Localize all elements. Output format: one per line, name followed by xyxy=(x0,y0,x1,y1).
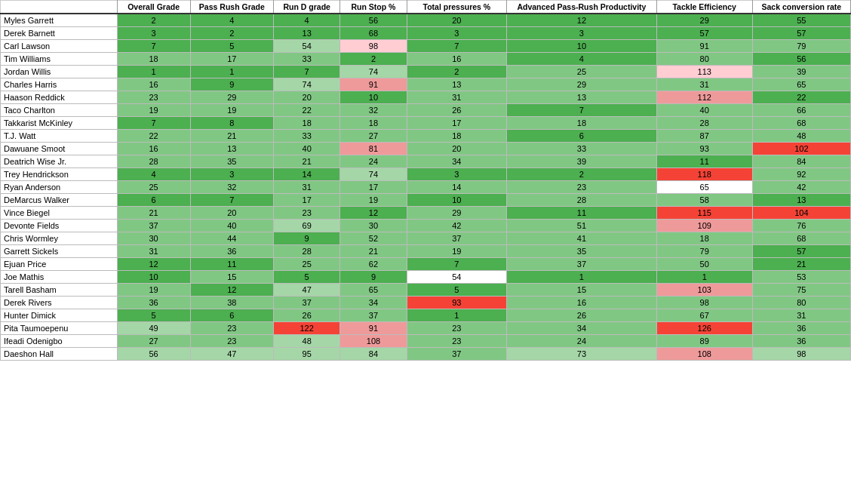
cell-runstop: 34 xyxy=(340,297,407,309)
cell-name: Haason Reddick xyxy=(1,91,118,104)
cell-overall: 22 xyxy=(117,130,190,143)
table-row: Carl Lawson7554987109179 xyxy=(1,40,851,53)
cell-overall: 18 xyxy=(117,53,190,66)
cell-overall: 2 xyxy=(117,14,190,27)
cell-totalpct: 34 xyxy=(407,155,506,168)
cell-advanced: 3 xyxy=(507,27,657,40)
cell-name: Dawuane Smoot xyxy=(1,143,118,155)
table-row: Pita Taumoepenu492312291233412636 xyxy=(1,322,851,335)
table-row: Dawuane Smoot16134081203393102 xyxy=(1,143,851,155)
cell-runstop: 2 xyxy=(340,53,407,66)
cell-rund: 22 xyxy=(274,104,340,117)
cell-sack: 102 xyxy=(752,143,850,155)
cell-pass: 5 xyxy=(190,40,273,53)
table-row: Trey Hendrickson4314743211892 xyxy=(1,168,851,181)
cell-pass: 3 xyxy=(190,168,273,181)
cell-rund: 9 xyxy=(274,232,340,245)
cell-advanced: 13 xyxy=(507,91,657,104)
cell-name: Carl Lawson xyxy=(1,40,118,53)
cell-tackle: 28 xyxy=(656,117,752,130)
cell-sack: 92 xyxy=(752,168,850,181)
cell-pass: 23 xyxy=(190,335,273,348)
cell-overall: 36 xyxy=(117,297,190,309)
cell-rund: 31 xyxy=(274,181,340,194)
cell-advanced: 10 xyxy=(507,40,657,53)
cell-sack: 31 xyxy=(752,309,850,322)
cell-totalpct: 7 xyxy=(407,258,506,271)
cell-tackle: 1 xyxy=(656,271,752,284)
table-row: T.J. Watt222133271868748 xyxy=(1,130,851,143)
cell-totalpct: 54 xyxy=(407,271,506,284)
cell-overall: 10 xyxy=(117,271,190,284)
cell-runstop: 65 xyxy=(340,284,407,297)
table-row: Joe Mathis101559541153 xyxy=(1,271,851,284)
cell-sack: 76 xyxy=(752,220,850,232)
cell-pass: 12 xyxy=(190,284,273,297)
cell-pass: 23 xyxy=(190,322,273,335)
cell-rund: 48 xyxy=(274,335,340,348)
cell-tackle: 112 xyxy=(656,91,752,104)
cell-name: Charles Harris xyxy=(1,78,118,91)
cell-runstop: 12 xyxy=(340,207,407,220)
cell-name: Pita Taumoepenu xyxy=(1,322,118,335)
cell-overall: 6 xyxy=(117,194,190,207)
cell-advanced: 41 xyxy=(507,232,657,245)
cell-totalpct: 18 xyxy=(407,130,506,143)
cell-tackle: 79 xyxy=(656,245,752,258)
cell-sack: 79 xyxy=(752,40,850,53)
cell-runstop: 68 xyxy=(340,27,407,40)
cell-advanced: 23 xyxy=(507,181,657,194)
cell-name: Derek Barnett xyxy=(1,27,118,40)
cell-runstop: 19 xyxy=(340,194,407,207)
cell-runstop: 18 xyxy=(340,117,407,130)
cell-tackle: 103 xyxy=(656,284,752,297)
cell-runstop: 37 xyxy=(340,309,407,322)
cell-rund: 4 xyxy=(274,14,340,27)
table-row: Tim Williams18173321648056 xyxy=(1,53,851,66)
cell-advanced: 2 xyxy=(507,168,657,181)
cell-overall: 21 xyxy=(117,207,190,220)
table-row: Myles Garrett2445620122955 xyxy=(1,14,851,27)
cell-sack: 80 xyxy=(752,297,850,309)
cell-totalpct: 37 xyxy=(407,232,506,245)
cell-sack: 68 xyxy=(752,232,850,245)
cell-rund: 47 xyxy=(274,284,340,297)
cell-tackle: 126 xyxy=(656,322,752,335)
header-col-8: Sack conversion rate xyxy=(752,1,850,14)
cell-pass: 13 xyxy=(190,143,273,155)
cell-pass: 7 xyxy=(190,194,273,207)
cell-tackle: 11 xyxy=(656,155,752,168)
table-row: Devonte Fields37406930425110976 xyxy=(1,220,851,232)
cell-rund: 7 xyxy=(274,66,340,78)
cell-tackle: 29 xyxy=(656,14,752,27)
cell-rund: 21 xyxy=(274,155,340,168)
cell-advanced: 28 xyxy=(507,194,657,207)
cell-sack: 13 xyxy=(752,194,850,207)
table-row: Daeshon Hall56479584377310898 xyxy=(1,348,851,361)
cell-overall: 7 xyxy=(117,40,190,53)
cell-rund: 69 xyxy=(274,220,340,232)
cell-totalpct: 20 xyxy=(407,14,506,27)
cell-overall: 37 xyxy=(117,220,190,232)
cell-rund: 28 xyxy=(274,245,340,258)
cell-runstop: 62 xyxy=(340,258,407,271)
cell-pass: 21 xyxy=(190,130,273,143)
cell-tackle: 31 xyxy=(656,78,752,91)
cell-advanced: 25 xyxy=(507,66,657,78)
cell-overall: 16 xyxy=(117,78,190,91)
cell-pass: 40 xyxy=(190,220,273,232)
cell-name: Devonte Fields xyxy=(1,220,118,232)
cell-runstop: 27 xyxy=(340,130,407,143)
cell-tackle: 89 xyxy=(656,335,752,348)
cell-sack: 36 xyxy=(752,335,850,348)
cell-runstop: 24 xyxy=(340,155,407,168)
table-row: Takkarist McKinley78181817182868 xyxy=(1,117,851,130)
cell-pass: 38 xyxy=(190,297,273,309)
cell-name: Ifeadi Odenigbo xyxy=(1,335,118,348)
cell-rund: 17 xyxy=(274,194,340,207)
cell-pass: 2 xyxy=(190,27,273,40)
cell-runstop: 91 xyxy=(340,78,407,91)
cell-totalpct: 3 xyxy=(407,168,506,181)
cell-sack: 21 xyxy=(752,258,850,271)
header-col-0 xyxy=(1,1,118,14)
